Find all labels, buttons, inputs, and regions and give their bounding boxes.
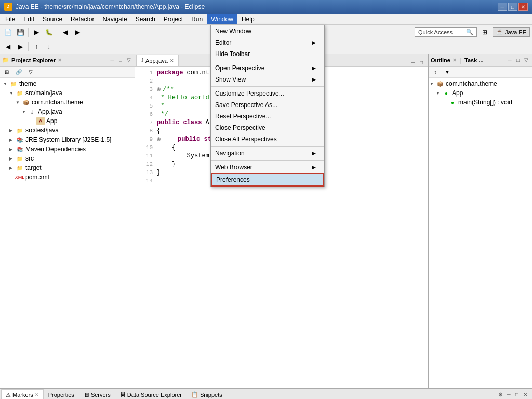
minimize-button[interactable]: ─	[498, 3, 507, 11]
tree-item-src[interactable]: ▶ 📁 src	[1, 154, 134, 163]
outline-item-main[interactable]: ● main(String[]) : void	[430, 98, 531, 107]
tree-item-app-class[interactable]: A App	[1, 116, 134, 126]
menu-save-perspective[interactable]: Save Perspective As...	[211, 99, 324, 111]
new-button[interactable]: 📄	[2, 26, 14, 38]
tree-item-theme[interactable]: ▼ 📁 theme	[1, 79, 134, 88]
project-explorer-minimize[interactable]: ─	[109, 57, 116, 64]
tree-item-src-main[interactable]: ▼ 📁 src/main/java	[1, 88, 134, 98]
debug-button[interactable]: 🐛	[43, 26, 55, 38]
down-button[interactable]: ↓	[43, 41, 55, 52]
back2-button[interactable]: ◀	[2, 41, 14, 52]
menu-close-perspective[interactable]: Close Perspective	[211, 122, 324, 134]
outline-label-package: com.ntchan.theme	[446, 80, 497, 87]
editor-tab-icon: J	[141, 58, 143, 63]
menu-navigation[interactable]: Navigation	[211, 148, 324, 159]
bottom-panel-maximize[interactable]: □	[513, 391, 521, 398]
editor-minimize[interactable]: ─	[409, 59, 417, 66]
tab-snippets-label: Snippets	[200, 392, 222, 398]
project-explorer-menu[interactable]: ▽	[125, 57, 132, 64]
outline-filter-button[interactable]: ▼	[442, 66, 453, 78]
menu-sep-4	[211, 160, 324, 161]
tree-item-appjava[interactable]: ▼ J App.java	[1, 107, 134, 116]
tab-servers[interactable]: 🖥 Servers	[79, 389, 115, 400]
menu-navigate[interactable]: Navigate	[98, 14, 131, 24]
tree-item-src-test[interactable]: ▶ 📁 src/test/java	[1, 126, 134, 135]
outline-item-app[interactable]: ▼ ● App	[430, 88, 531, 98]
project-explorer-tree[interactable]: ▼ 📁 theme ▼ 📁 src/main/java ▼ 📦 com.ntch…	[0, 78, 135, 388]
bottom-panel: ⚠ Markers ✕ Properties 🖥 Servers 🗄 Data …	[0, 388, 532, 399]
menu-file[interactable]: File	[1, 14, 19, 24]
menu-customize-perspective[interactable]: Customize Perspective...	[211, 88, 324, 99]
menu-run[interactable]: Run	[187, 14, 207, 24]
pe-menu-button[interactable]: ▽	[25, 66, 36, 78]
back-button[interactable]: ◀	[59, 26, 71, 38]
folder-icon-src-main: 📁	[16, 89, 24, 97]
editor-maximize[interactable]: □	[418, 59, 425, 66]
servers-icon: 🖥	[84, 392, 89, 398]
outline-item-package[interactable]: ▼ 📦 com.ntchan.theme	[430, 79, 531, 88]
quick-access-label: Quick Access	[418, 29, 453, 35]
menu-window[interactable]: Window	[207, 14, 237, 24]
run-button[interactable]: ▶	[31, 26, 42, 38]
link-with-editor-button[interactable]: 🔗	[13, 66, 24, 78]
forward2-button[interactable]: ▶	[15, 41, 26, 52]
folder-icon-target: 📁	[16, 164, 24, 172]
menu-project[interactable]: Project	[159, 14, 187, 24]
java-ee-perspective-button[interactable]: ☕ Java EE	[493, 27, 530, 37]
menu-reset-perspective[interactable]: Reset Perspective...	[211, 111, 324, 122]
tab-properties[interactable]: Properties	[44, 389, 79, 400]
outline-method-icon: ●	[448, 98, 457, 107]
bottom-panel-menu[interactable]: ⚙	[497, 391, 504, 398]
project-explorer-maximize[interactable]: □	[117, 57, 124, 64]
close-button[interactable]: ✕	[518, 3, 528, 11]
menu-edit[interactable]: Edit	[19, 14, 38, 24]
tree-label-target: target	[25, 164, 42, 171]
menu-hide-toolbar[interactable]: Hide Toolbar	[211, 48, 324, 60]
collapse-all-button[interactable]: ⊞	[1, 66, 12, 78]
maximize-button[interactable]: □	[508, 3, 517, 11]
tab-snippets[interactable]: 📋 Snippets	[187, 389, 227, 400]
tab-markers[interactable]: ⚠ Markers ✕	[1, 389, 44, 400]
editor-tab-appjava[interactable]: J App.java ✕	[136, 55, 179, 66]
menu-source[interactable]: Source	[38, 14, 66, 24]
menu-show-view[interactable]: Show View	[211, 74, 324, 85]
menu-web-browser[interactable]: Web Browser	[211, 162, 324, 173]
menu-refactor[interactable]: Refactor	[66, 14, 98, 24]
tree-item-package[interactable]: ▼ 📦 com.ntchan.theme	[1, 98, 134, 107]
java-file-icon: J	[28, 108, 36, 116]
save-button[interactable]: 💾	[15, 26, 26, 38]
menu-editor[interactable]: Editor	[211, 37, 324, 48]
outline-tree[interactable]: ▼ 📦 com.ntchan.theme ▼ ● App ● main(Stri…	[429, 78, 532, 388]
perspective-label: Java EE	[505, 29, 526, 35]
jar-icon-jre: 📚	[16, 136, 24, 144]
tree-item-jre[interactable]: ▶ 📚 JRE System Library [J2SE-1.5]	[1, 135, 134, 144]
menu-preferences[interactable]: Preferences	[211, 173, 324, 187]
folder-icon-theme: 📁	[9, 79, 18, 88]
menu-close-all-perspectives[interactable]: Close All Perspectives	[211, 134, 324, 145]
tree-label-jre: JRE System Library [J2SE-1.5]	[25, 136, 111, 143]
bottom-tab-bar: ⚠ Markers ✕ Properties 🖥 Servers 🗄 Data …	[0, 389, 532, 399]
menu-search[interactable]: Search	[131, 14, 159, 24]
tree-item-maven[interactable]: ▶ 📚 Maven Dependencies	[1, 144, 134, 154]
bottom-panel-close[interactable]: ✕	[522, 391, 529, 398]
outline-maximize[interactable]: □	[514, 57, 522, 64]
bottom-panel-minimize[interactable]: ─	[505, 391, 512, 398]
open-perspectives-button[interactable]: ⊞	[479, 26, 490, 38]
forward-button[interactable]: ▶	[72, 26, 83, 38]
editor-tab-close[interactable]: ✕	[170, 58, 174, 63]
outline-menu[interactable]: ▽	[523, 57, 530, 64]
toolbar-separator-2	[57, 28, 57, 37]
tab-data-source-explorer[interactable]: 🗄 Data Source Explorer	[115, 389, 187, 400]
outline-sort-button[interactable]: ↕	[430, 66, 441, 78]
menu-new-window[interactable]: New Window	[211, 25, 324, 37]
menu-help[interactable]: Help	[237, 14, 259, 24]
outline-minimize[interactable]: ─	[506, 57, 513, 64]
quick-access-box[interactable]: Quick Access 🔍	[415, 27, 477, 37]
up-button[interactable]: ↑	[31, 41, 42, 52]
tree-arrow-src-test: ▶	[9, 128, 16, 133]
window-title: Java EE - theme/src/main/java/com/ntchan…	[16, 3, 205, 10]
datasource-icon: 🗄	[120, 392, 126, 398]
tree-item-pom[interactable]: XML pom.xml	[1, 172, 134, 182]
menu-open-perspective[interactable]: Open Perspective	[211, 62, 324, 74]
tree-item-target[interactable]: ▶ 📁 target	[1, 163, 134, 172]
